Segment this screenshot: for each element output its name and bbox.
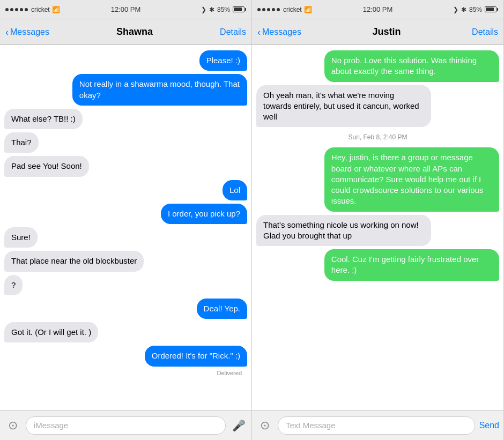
bubble: What else? TB!! :) [4, 109, 83, 129]
message-row: ? [4, 275, 247, 295]
input-area-1: ⊙ iMessage 🎤 [0, 410, 251, 440]
phone-2: cricket 📶 12:00 PM ❯ ✱ 85% ‹ Messages Ju… [252, 0, 504, 440]
messages-area-1: Please! :) Not really in a shawarma mood… [0, 45, 251, 410]
camera-icon-1: ⊙ [8, 419, 18, 432]
message-row: Pad see You! Soon! [4, 156, 247, 176]
timestamp-label: Sun, Feb 8, 2:40 PM [256, 133, 499, 141]
message-row: Please! :) [4, 50, 247, 71]
message-row: Deal! Yep. [4, 299, 247, 319]
bubble: Sure! [4, 227, 38, 248]
status-time-1: 12:00 PM [111, 5, 141, 13]
camera-icon-2: ⊙ [260, 419, 270, 432]
signal-dot [20, 8, 23, 11]
battery-icon-2 [485, 6, 498, 12]
input-area-2: ⊙ Text Message Send [252, 410, 503, 440]
message-row: What else? TB!! :) [4, 109, 247, 129]
bluetooth-icon-1: ✱ [209, 6, 214, 13]
bubble: Got it. (Or I will get it. ) [4, 322, 98, 342]
battery-tip-1 [245, 8, 246, 11]
message-row: That place near the old blockbuster [4, 251, 247, 271]
imessage-input-1[interactable]: iMessage [26, 416, 226, 435]
camera-button-1[interactable]: ⊙ [4, 417, 21, 434]
back-chevron-2: ‹ [257, 27, 261, 37]
back-button-2[interactable]: ‹ Messages [257, 27, 301, 37]
battery-body-1 [233, 6, 244, 12]
status-left-1: cricket 📶 [5, 6, 60, 13]
input-placeholder-2: Text Message [286, 421, 336, 430]
detail-button-1[interactable]: Details [220, 27, 246, 37]
status-left-2: cricket 📶 [257, 6, 312, 13]
back-label-2: Messages [262, 27, 301, 37]
bubble: Deal! Yep. [197, 299, 247, 319]
nav-bar-2: ‹ Messages Justin Details [252, 19, 503, 45]
message-row: Cool. Cuz I'm getting fairly frustrated … [256, 249, 499, 281]
input-placeholder-1: iMessage [34, 421, 68, 430]
nav-title-1: Shawna [116, 26, 153, 38]
message-row: Got it. (Or I will get it. ) [4, 322, 247, 342]
signal-dot [267, 8, 270, 11]
bubble: Cool. Cuz I'm getting fairly frustrated … [324, 249, 499, 281]
bubble: Please! :) [199, 50, 247, 71]
message-row: Hey, justin, is there a group or message… [256, 147, 499, 211]
signal-dot [25, 8, 28, 11]
battery-percent-2: 85% [469, 6, 482, 13]
wifi-icon-1: 📶 [52, 6, 60, 13]
status-right-2: ❯ ✱ 85% [453, 6, 498, 13]
back-label-1: Messages [10, 27, 49, 37]
camera-button-2[interactable]: ⊙ [256, 417, 273, 434]
bubble: Lol [223, 180, 247, 200]
battery-icon-1 [233, 6, 246, 12]
bubble: Thai? [4, 132, 39, 153]
signal-dot [5, 8, 9, 11]
status-right-1: ❯ ✱ 85% [201, 6, 246, 13]
signal-dots-1 [5, 8, 28, 11]
message-row: Lol [4, 180, 247, 200]
nav-title-2: Justin [373, 26, 401, 38]
message-row: That's something nicole us working on no… [256, 215, 499, 247]
back-chevron-1: ‹ [5, 27, 9, 37]
bubble: I order, you pick up? [161, 204, 247, 224]
battery-body-2 [485, 6, 496, 12]
bubble: Oh yeah man, it's what we're moving towa… [256, 85, 431, 128]
status-bar-2: cricket 📶 12:00 PM ❯ ✱ 85% [252, 0, 503, 19]
signal-dot [15, 8, 18, 11]
bubble: No prob. Love this solution. Was thinkin… [324, 50, 499, 82]
message-row: Not really in a shawarma mood, though. T… [4, 74, 247, 106]
battery-fill-1 [234, 8, 242, 11]
wifi-icon-2: 📶 [304, 6, 312, 13]
message-row: Ordered! It's for "Rick." :) [4, 346, 247, 366]
bubble: ? [4, 275, 23, 295]
messages-area-2: No prob. Love this solution. Was thinkin… [252, 45, 503, 410]
bubble: That place near the old blockbuster [4, 251, 144, 271]
battery-percent-1: 85% [217, 6, 230, 13]
bubble: Ordered! It's for "Rick." :) [145, 346, 247, 366]
signal-dot [257, 8, 261, 11]
signal-dot [10, 8, 13, 11]
bubble: Not really in a shawarma mood, though. T… [72, 74, 247, 106]
bluetooth-icon-2: ✱ [461, 6, 466, 13]
send-button-2[interactable]: Send [479, 421, 499, 430]
message-row: Thai? [4, 132, 247, 153]
nav-bar-1: ‹ Messages Shawna Details [0, 19, 251, 45]
message-row: Sure! [4, 227, 247, 248]
signal-dot [272, 8, 275, 11]
signal-dot [262, 8, 265, 11]
status-bar-1: cricket 📶 12:00 PM ❯ ✱ 85% [0, 0, 251, 19]
battery-tip-2 [497, 8, 498, 11]
bubble: Hey, justin, is there a group or message… [324, 147, 499, 211]
detail-button-2[interactable]: Details [472, 27, 498, 37]
delivered-label-1: Delivered [4, 370, 247, 376]
signal-dot [277, 8, 280, 11]
phone-1: cricket 📶 12:00 PM ❯ ✱ 85% ‹ Messages Sh… [0, 0, 252, 440]
back-button-1[interactable]: ‹ Messages [5, 27, 49, 37]
message-row: I order, you pick up? [4, 204, 247, 224]
status-time-2: 12:00 PM [363, 5, 393, 13]
message-row: Oh yeah man, it's what we're moving towa… [256, 85, 499, 128]
bubble: That's something nicole us working on no… [256, 215, 431, 247]
mic-icon-1: 🎤 [232, 419, 246, 432]
battery-fill-2 [486, 8, 494, 11]
bubble: Pad see You! Soon! [4, 156, 89, 176]
mic-button-1[interactable]: 🎤 [230, 417, 247, 434]
carrier-label-2: cricket [283, 6, 302, 13]
text-message-input-2[interactable]: Text Message [278, 416, 475, 435]
